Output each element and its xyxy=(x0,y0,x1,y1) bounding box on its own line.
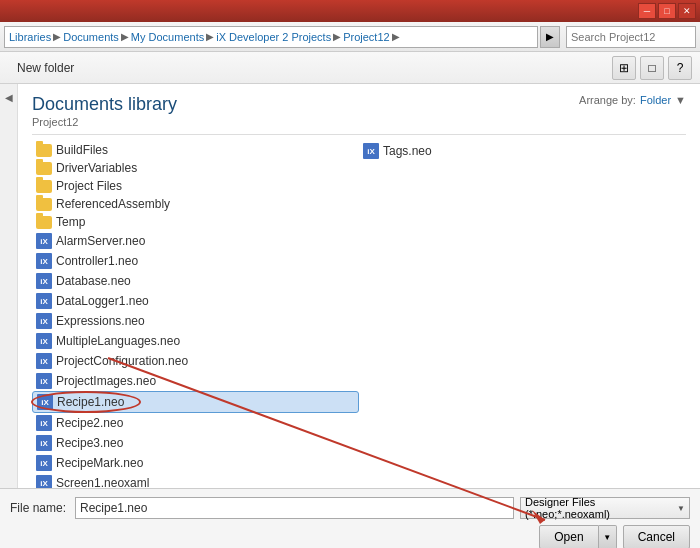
address-path[interactable]: Libraries ▶ Documents ▶ My Documents ▶ i… xyxy=(4,26,538,48)
open-button-group: Open ▼ xyxy=(539,525,616,548)
file-name: ProjectImages.neo xyxy=(56,374,156,388)
separator: ▶ xyxy=(53,31,61,42)
file-name: AlarmServer.neo xyxy=(56,234,145,248)
list-item[interactable]: BuildFiles xyxy=(32,141,359,159)
maximize-button[interactable]: □ xyxy=(658,3,676,19)
neo-file-icon: iX xyxy=(36,253,52,269)
list-item[interactable]: iX AlarmServer.neo xyxy=(32,231,359,251)
filename-input[interactable] xyxy=(75,497,514,519)
library-header: Documents library Project12 Arrange by: … xyxy=(32,94,686,128)
file-area: Documents library Project12 Arrange by: … xyxy=(18,84,700,488)
neo-file-icon: iX xyxy=(36,455,52,471)
file-name: BuildFiles xyxy=(56,143,108,157)
title-bar: ─ □ ✕ xyxy=(0,0,700,22)
crumb-ixprojects[interactable]: iX Developer 2 Projects xyxy=(216,31,331,43)
filetype-arrow-icon: ▼ xyxy=(677,504,685,513)
file-name: DriverVariables xyxy=(56,161,137,175)
sidebar: ◀ xyxy=(0,84,18,488)
minimize-button[interactable]: ─ xyxy=(638,3,656,19)
separator: ▶ xyxy=(206,31,214,42)
divider xyxy=(32,134,686,135)
recipe1-item[interactable]: iX Recipe1.neo xyxy=(32,391,359,413)
separator: ▶ xyxy=(333,31,341,42)
folder-icon xyxy=(36,216,52,229)
neo-file-icon: iX xyxy=(36,373,52,389)
folder-icon xyxy=(36,144,52,157)
list-item[interactable]: iX Database.neo xyxy=(32,271,359,291)
filetype-select[interactable]: Designer Files (*.neo;*.neoxaml) ▼ xyxy=(520,497,690,519)
cancel-label: Cancel xyxy=(638,530,675,544)
file-name: Controller1.neo xyxy=(56,254,138,268)
crumb-project12[interactable]: Project12 xyxy=(343,31,389,43)
list-item[interactable]: DriverVariables xyxy=(32,159,359,177)
file-grid: BuildFiles DriverVariables Project Files… xyxy=(32,141,686,488)
sidebar-arrow[interactable]: ◀ xyxy=(5,92,13,103)
neo-file-icon: iX xyxy=(36,273,52,289)
search-input[interactable] xyxy=(567,31,700,43)
file-name: Project Files xyxy=(56,179,122,193)
file-name: Tags.neo xyxy=(383,144,432,158)
separator: ▶ xyxy=(121,31,129,42)
file-name: RecipeMark.neo xyxy=(56,456,143,470)
list-item[interactable]: iX Controller1.neo xyxy=(32,251,359,271)
list-item[interactable]: iX DataLogger1.neo xyxy=(32,291,359,311)
toolbar: New folder ⊞ □ ? xyxy=(0,52,700,84)
file-name: Expressions.neo xyxy=(56,314,145,328)
library-title: Documents library xyxy=(32,94,177,115)
list-item[interactable]: ReferencedAssembly xyxy=(32,195,359,213)
list-item[interactable]: iX Screen1.neoxaml xyxy=(32,473,359,488)
neo-file-icon: iX xyxy=(36,353,52,369)
neo-file-icon: iX xyxy=(37,394,53,410)
main-content: ◀ Documents library Project12 Arrange by… xyxy=(0,84,700,488)
filetype-value: Designer Files (*.neo;*.neoxaml) xyxy=(525,496,677,520)
close-button[interactable]: ✕ xyxy=(678,3,696,19)
help-button[interactable]: ? xyxy=(668,56,692,80)
list-item[interactable]: iX Tags.neo xyxy=(359,141,686,161)
preview-button[interactable]: □ xyxy=(640,56,664,80)
list-item[interactable]: iX ProjectConfiguration.neo xyxy=(32,351,359,371)
list-item[interactable]: iX Recipe3.neo xyxy=(32,433,359,453)
list-item[interactable]: iX MultipleLanguages.neo xyxy=(32,331,359,351)
file-name: MultipleLanguages.neo xyxy=(56,334,180,348)
view-options-button[interactable]: ⊞ xyxy=(612,56,636,80)
list-item[interactable]: iX ProjectImages.neo xyxy=(32,371,359,391)
new-folder-label: New folder xyxy=(17,61,74,75)
file-name: DataLogger1.neo xyxy=(56,294,149,308)
crumb-documents[interactable]: Documents xyxy=(63,31,119,43)
address-bar: Libraries ▶ Documents ▶ My Documents ▶ i… xyxy=(0,22,700,52)
filename-row: File name: Designer Files (*.neo;*.neoxa… xyxy=(10,497,690,519)
folder-icon xyxy=(36,162,52,175)
file-name: Screen1.neoxaml xyxy=(56,476,149,488)
file-name: Recipe3.neo xyxy=(56,436,123,450)
bottom-panel: File name: Designer Files (*.neo;*.neoxa… xyxy=(0,488,700,548)
file-name: Temp xyxy=(56,215,85,229)
arrange-value[interactable]: Folder xyxy=(640,94,671,106)
file-name: Recipe1.neo xyxy=(57,395,124,409)
list-item[interactable]: iX Expressions.neo xyxy=(32,311,359,331)
list-item[interactable]: iX Recipe2.neo xyxy=(32,413,359,433)
neo-file-icon: iX xyxy=(36,475,52,488)
filename-label: File name: xyxy=(10,501,75,515)
action-row: Open ▼ Cancel xyxy=(10,525,690,548)
neo-file-icon: iX xyxy=(36,233,52,249)
list-item[interactable]: iX RecipeMark.neo xyxy=(32,453,359,473)
list-item[interactable]: Temp xyxy=(32,213,359,231)
cancel-button[interactable]: Cancel xyxy=(623,525,690,548)
file-column-1: BuildFiles DriverVariables Project Files… xyxy=(32,141,359,488)
file-name: ReferencedAssembly xyxy=(56,197,170,211)
new-folder-button[interactable]: New folder xyxy=(8,56,83,80)
nav-button[interactable]: ▶ xyxy=(540,26,560,48)
crumb-mydocuments[interactable]: My Documents xyxy=(131,31,204,43)
neo-file-icon: iX xyxy=(363,143,379,159)
neo-file-icon: iX xyxy=(36,313,52,329)
crumb-libraries[interactable]: Libraries xyxy=(9,31,51,43)
library-subtitle: Project12 xyxy=(32,116,177,128)
open-button[interactable]: Open xyxy=(539,525,598,548)
file-name: Recipe2.neo xyxy=(56,416,123,430)
open-dropdown-button[interactable]: ▼ xyxy=(599,525,617,548)
neo-file-icon: iX xyxy=(36,435,52,451)
file-column-2: iX Tags.neo xyxy=(359,141,686,488)
search-box[interactable]: 🔍 xyxy=(566,26,696,48)
list-item[interactable]: Project Files xyxy=(32,177,359,195)
neo-file-icon: iX xyxy=(36,415,52,431)
